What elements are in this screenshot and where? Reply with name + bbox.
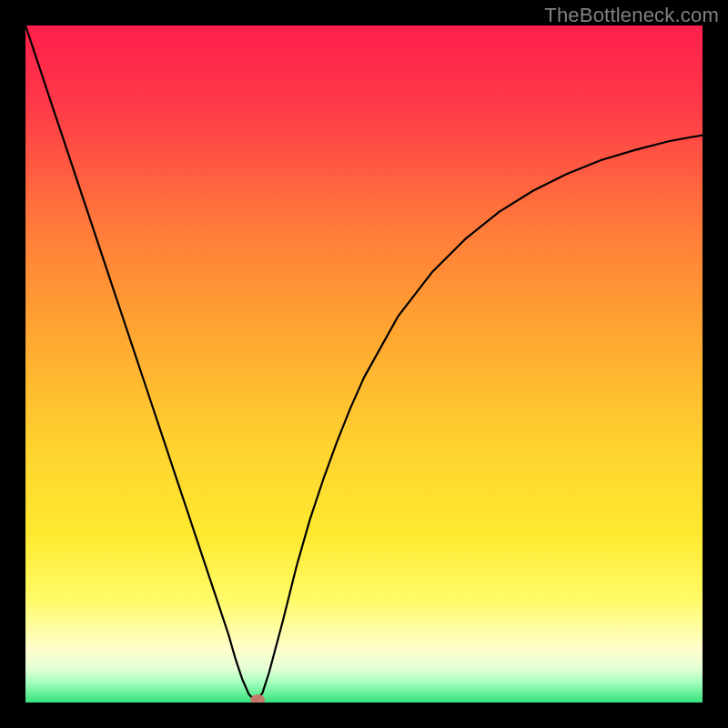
gradient-background: [25, 25, 703, 703]
watermark-text: TheBottleneck.com: [544, 4, 719, 27]
plot-area: [25, 25, 703, 703]
chart-svg: [25, 25, 703, 703]
chart-frame: TheBottleneck.com: [0, 0, 728, 728]
